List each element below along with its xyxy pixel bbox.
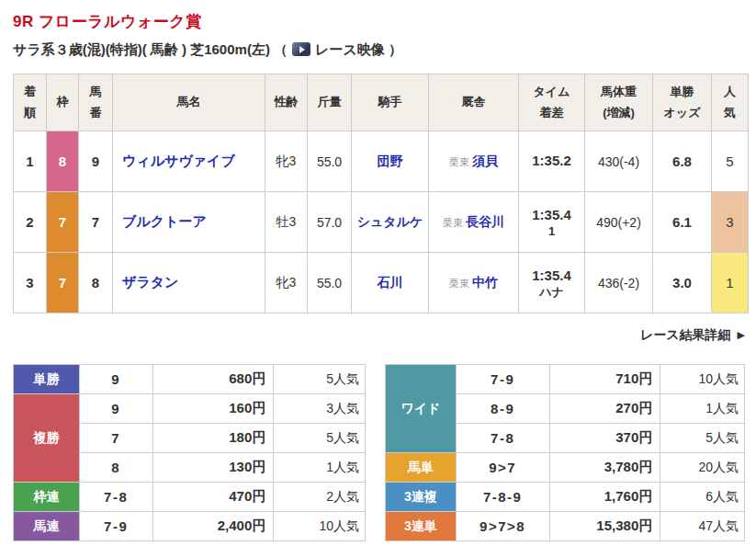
payout-popularity: 10人気 (660, 365, 745, 394)
video-paren-close: ） (389, 41, 402, 57)
jockey-cell: シュタルケ (352, 192, 429, 253)
payout-row-sanrentan: 3連単 9>7>8 15,380円 47人気 (386, 512, 745, 541)
col-header-odds: 単勝 オッズ (653, 74, 712, 131)
horse-name-link[interactable]: ザラタン (122, 274, 178, 290)
payout-combination: 8 (79, 453, 152, 483)
horse-name-cell: ザラタン (113, 253, 265, 313)
payout-combination: 8-9 (456, 394, 549, 424)
carried-weight: 57.0 (308, 192, 352, 253)
payout-row-umatan: 馬単 9>7 3,780円 20人気 (386, 453, 745, 483)
payout-amount: 710円 (549, 365, 660, 394)
stable-cell: 栗東須貝 (429, 131, 519, 192)
payout-row-wide-1: ワイド 7-9 710円 10人気 (386, 365, 745, 394)
race-video-link[interactable]: レース映像 (315, 41, 385, 57)
col-header-rank: 着 順 (14, 74, 47, 131)
payout-row-wakuren: 枠連 7-8 470円 2人気 (14, 483, 366, 512)
payout-popularity: 1人気 (660, 394, 745, 424)
payout-amount: 370円 (549, 424, 660, 453)
payout-amount: 130円 (152, 453, 274, 483)
time-margin-cell: 1:35.2 (519, 131, 585, 192)
popularity-rank: 5 (712, 131, 749, 192)
frame-number-badge: 8 (47, 131, 79, 192)
stable-cell: 栗東長谷川 (429, 192, 519, 253)
horse-name-cell: ウィルサヴァイブ (113, 131, 265, 192)
finish-time: 1:35.4 (519, 267, 584, 285)
col-header-time-margin: タイム 着差 (519, 74, 585, 131)
payout-table-left: 単勝 9 680円 5人気 複勝 9 160円 3人気 7 180円 5人気 (13, 364, 366, 541)
sex-age: 牝3 (265, 131, 308, 192)
race-results-table: 着 順 枠 馬 番 馬名 性齢 斤量 騎手 厩舎 タイム 着差 馬体重 (増減)… (13, 74, 749, 313)
bet-type-label: 馬単 (386, 453, 457, 483)
jockey-cell: 石川 (352, 253, 429, 313)
carried-weight: 55.0 (308, 131, 352, 192)
result-row-3: 3 7 8 ザラタン 牝3 55.0 石川 栗東中竹 1:35.4ハナ 436(… (14, 253, 749, 313)
sex-age: 牝3 (265, 253, 308, 313)
payout-row-umaren: 馬連 7-9 2,400円 10人気 (14, 512, 366, 541)
trainer-link[interactable]: 長谷川 (466, 214, 504, 229)
bet-type-label: 枠連 (14, 483, 80, 512)
body-weight: 490(+2) (585, 192, 653, 253)
payout-combination: 7 (79, 424, 152, 453)
body-weight: 430(-4) (585, 131, 653, 192)
payout-popularity: 47人気 (660, 512, 745, 541)
col-header-weight: 斤量 (308, 74, 352, 131)
race-conditions-text: サラ系３歳(混)(特指)( 馬齢 ) 芝1600m(左) (13, 41, 270, 57)
rank-value: 1 (14, 131, 47, 192)
payout-combination: 7-8 (79, 483, 152, 512)
trainer-link[interactable]: 須貝 (472, 154, 498, 168)
jockey-cell: 団野 (352, 131, 429, 192)
race-conditions: サラ系３歳(混)(特指)( 馬齢 ) 芝1600m(左) （レース映像 ） (13, 41, 744, 59)
rank-value: 2 (14, 192, 47, 253)
video-play-icon[interactable] (292, 42, 310, 56)
payout-table-right: ワイド 7-9 710円 10人気 8-9 270円 1人気 7-8 370円 … (385, 364, 745, 541)
payout-popularity: 10人気 (274, 512, 366, 541)
payout-combination: 9 (79, 394, 152, 424)
bet-type-label: 複勝 (14, 394, 80, 483)
payout-popularity: 20人気 (660, 453, 745, 483)
jockey-link[interactable]: 石川 (378, 275, 403, 290)
margin: 1 (519, 224, 584, 239)
col-header-stable: 厩舎 (429, 74, 519, 131)
payout-amount: 1,760円 (549, 483, 660, 512)
payout-combination: 7-8-9 (456, 483, 549, 512)
payout-combination: 7-9 (79, 512, 152, 541)
rank-value: 3 (14, 253, 47, 313)
stable-region: 栗東 (443, 217, 463, 228)
bet-type-label: 馬連 (14, 512, 80, 541)
jockey-link[interactable]: シュタルケ (357, 214, 423, 229)
payout-section: 単勝 9 680円 5人気 複勝 9 160円 3人気 7 180円 5人気 (13, 364, 745, 541)
payout-combination: 9 (79, 365, 152, 394)
race-result-detail-label: レース結果詳細 (640, 327, 731, 342)
bet-type-label: ワイド (386, 365, 457, 453)
payout-popularity: 2人気 (274, 483, 366, 512)
bet-type-label: 3連複 (386, 483, 457, 512)
payout-amount: 3,780円 (549, 453, 660, 483)
popularity-rank: 3 (712, 192, 749, 253)
right-arrow-icon: ▶ (738, 329, 745, 340)
trainer-link[interactable]: 中竹 (472, 275, 498, 290)
payout-amount: 15,380円 (549, 512, 660, 541)
race-result-detail-link[interactable]: レース結果詳細▶ (640, 327, 745, 342)
payout-amount: 160円 (152, 394, 274, 424)
horse-number: 7 (79, 192, 113, 253)
finish-time: 1:35.2 (519, 152, 584, 170)
payout-row-sanrenpuku: 3連複 7-8-9 1,760円 6人気 (386, 483, 745, 512)
col-header-number: 馬 番 (79, 74, 113, 131)
payout-amount: 270円 (549, 394, 660, 424)
frame-number-badge: 7 (47, 192, 79, 253)
col-header-popularity: 人 気 (712, 74, 749, 131)
finish-time: 1:35.4 (519, 206, 584, 224)
page-container: 9R フローラルウォーク賞 サラ系３歳(混)(特指)( 馬齢 ) 芝1600m(… (0, 0, 756, 541)
payout-popularity: 5人気 (660, 424, 745, 453)
stable-region: 栗東 (449, 278, 469, 289)
col-header-jockey: 騎手 (352, 74, 429, 131)
detail-link-row: レース結果詳細▶ (13, 326, 745, 344)
jockey-link[interactable]: 団野 (378, 154, 403, 168)
horse-name-link[interactable]: ブルクトーア (122, 213, 207, 229)
popularity-rank: 1 (712, 253, 749, 313)
bet-type-label: 単勝 (14, 365, 80, 394)
horse-name-link[interactable]: ウィルサヴァイブ (122, 153, 235, 168)
results-header-row: 着 順 枠 馬 番 馬名 性齢 斤量 騎手 厩舎 タイム 着差 馬体重 (増減)… (14, 74, 749, 131)
result-row-2: 2 7 7 ブルクトーア 牡3 57.0 シュタルケ 栗東長谷川 1:35.41… (14, 192, 749, 253)
race-title: 9R フローラルウォーク賞 (13, 11, 744, 32)
